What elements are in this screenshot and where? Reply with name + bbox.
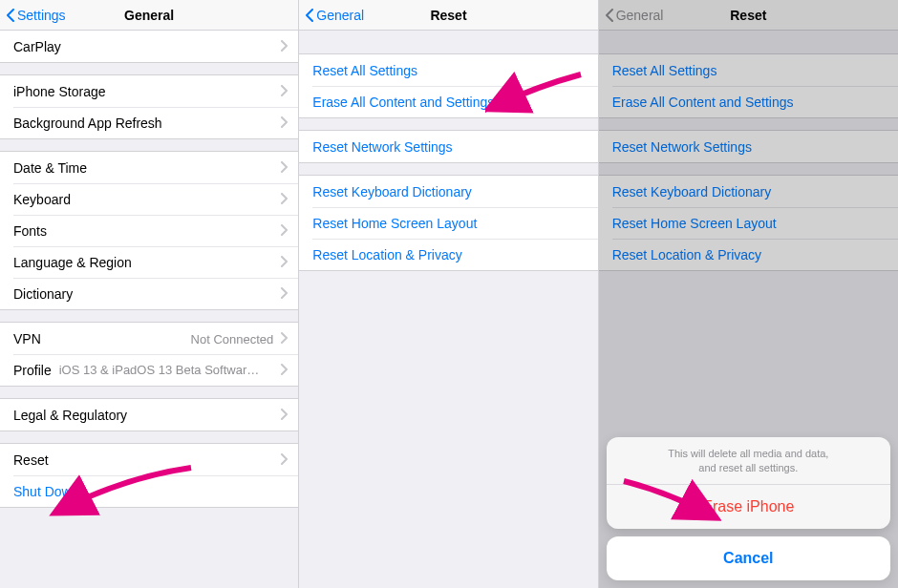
row-label: Reset Network Settings [312, 139, 452, 155]
chevron-right-icon [281, 223, 289, 239]
chevron-right-icon [281, 331, 289, 346]
panel-reset-confirm: General Reset Reset All Settings Erase A… [599, 0, 898, 588]
row-label: Language & Region [13, 255, 132, 270]
back-label: Settings [17, 8, 66, 23]
row-label: Background App Refresh [13, 116, 162, 131]
chevron-right-icon [281, 39, 289, 54]
row-label: Keyboard [13, 192, 71, 207]
group-carplay: CarPlay [0, 31, 298, 63]
row-reset-home-screen[interactable]: Reset Home Screen Layout [299, 207, 597, 239]
navbar-general: Settings General [0, 0, 298, 31]
row-label: Reset Keyboard Dictionary [312, 184, 472, 200]
panel-reset: General Reset Reset All Settings Erase A… [299, 0, 598, 588]
row-label: Erase All Content and Settings [312, 94, 494, 110]
chevron-right-icon [281, 84, 289, 99]
chevron-right-icon [281, 363, 289, 378]
group-vpn-profile: VPN Not Connected Profile iOS 13 & iPadO… [0, 322, 298, 387]
message-line: This will delete all media and data, [668, 448, 828, 459]
row-label: Reset All Settings [312, 63, 417, 78]
row-legal-regulatory[interactable]: Legal & Regulatory [0, 399, 298, 430]
row-label: Reset Location & Privacy [312, 247, 461, 262]
navbar-title: Reset [430, 8, 466, 23]
row-fonts[interactable]: Fonts [0, 215, 298, 246]
button-label: Cancel [723, 550, 773, 567]
row-label: CarPlay [13, 39, 61, 54]
row-reset-keyboard-dictionary[interactable]: Reset Keyboard Dictionary [299, 176, 597, 207]
button-label: Erase iPhone [702, 498, 794, 515]
chevron-right-icon [281, 408, 289, 423]
row-carplay[interactable]: CarPlay [0, 31, 298, 62]
action-sheet-message: This will delete all media and data, and… [607, 437, 890, 485]
group-preferences: Date & Time Keyboard Fonts Language & Re… [0, 151, 298, 310]
navbar-reset: General Reset [299, 0, 597, 31]
row-value: Not Connected [191, 331, 274, 346]
row-label: Fonts [13, 223, 47, 239]
row-label: VPN [13, 331, 41, 346]
row-label: iPhone Storage [13, 84, 106, 99]
row-label: Shut Down [13, 484, 78, 499]
row-background-app-refresh[interactable]: Background App Refresh [0, 107, 298, 138]
chevron-left-icon [6, 9, 15, 22]
row-date-time[interactable]: Date & Time [0, 152, 298, 183]
action-sheet-body: This will delete all media and data, and… [607, 437, 890, 529]
row-reset-location-privacy[interactable]: Reset Location & Privacy [299, 239, 597, 270]
action-sheet: This will delete all media and data, and… [607, 437, 890, 580]
chevron-left-icon [305, 9, 314, 22]
row-profile[interactable]: Profile iOS 13 & iPadOS 13 Beta Software… [0, 354, 298, 386]
row-reset[interactable]: Reset [0, 444, 298, 475]
row-label: Profile [13, 363, 52, 378]
back-to-settings[interactable]: Settings [6, 0, 66, 31]
row-dictionary[interactable]: Dictionary [0, 278, 298, 309]
message-line: and reset all settings. [698, 462, 798, 473]
row-erase-all-content[interactable]: Erase All Content and Settings [299, 86, 597, 117]
group-reset-2: Reset Network Settings [299, 130, 597, 163]
row-label: Dictionary [13, 286, 73, 302]
group-reset-shutdown: Reset Shut Down [0, 443, 298, 508]
group-legal: Legal & Regulatory [0, 398, 298, 431]
back-to-general[interactable]: General [305, 0, 364, 31]
back-label: General [316, 8, 364, 23]
row-reset-network[interactable]: Reset Network Settings [299, 131, 597, 162]
erase-iphone-button[interactable]: Erase iPhone [607, 485, 890, 529]
row-iphone-storage[interactable]: iPhone Storage [0, 75, 298, 107]
chevron-right-icon [281, 192, 289, 207]
row-value: iOS 13 & iPadOS 13 Beta Software Pr... [59, 363, 260, 377]
row-label: Reset [13, 452, 49, 468]
row-shutdown[interactable]: Shut Down [0, 475, 298, 507]
row-label: Reset Home Screen Layout [312, 216, 477, 231]
chevron-right-icon [281, 452, 289, 468]
row-keyboard[interactable]: Keyboard [0, 183, 298, 215]
chevron-right-icon [281, 255, 289, 270]
group-reset-3: Reset Keyboard Dictionary Reset Home Scr… [299, 175, 597, 271]
row-vpn[interactable]: VPN Not Connected [0, 323, 298, 354]
cancel-button[interactable]: Cancel [607, 536, 890, 580]
group-reset-1: Reset All Settings Erase All Content and… [299, 53, 597, 118]
group-storage: iPhone Storage Background App Refresh [0, 74, 298, 139]
panel-general: Settings General CarPlay iPhone Storage … [0, 0, 299, 588]
chevron-right-icon [281, 286, 289, 302]
row-label: Date & Time [13, 160, 87, 176]
chevron-right-icon [281, 160, 289, 176]
chevron-right-icon [281, 116, 289, 131]
row-label: Legal & Regulatory [13, 408, 127, 423]
row-reset-all-settings[interactable]: Reset All Settings [299, 54, 597, 86]
navbar-title: General [124, 8, 174, 23]
row-language-region[interactable]: Language & Region [0, 246, 298, 278]
